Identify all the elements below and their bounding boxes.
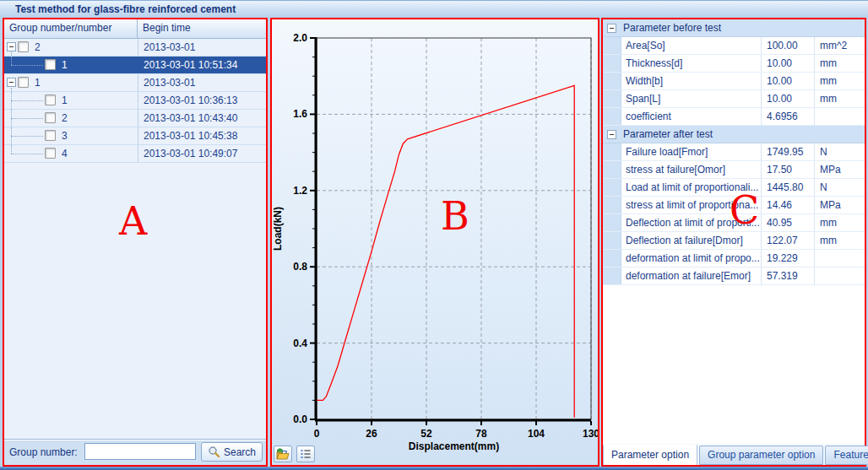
open-curve-button[interactable] xyxy=(274,446,292,462)
param-row[interactable]: deformation at limit of propo... 19.229 xyxy=(603,250,865,267)
param-row[interactable]: Area[So] 100.00 mm^2 xyxy=(603,37,865,55)
row-checkbox[interactable] xyxy=(45,148,56,159)
svg-text:104: 104 xyxy=(528,428,545,440)
collapse-minus-icon[interactable] xyxy=(7,42,16,51)
group-number-input[interactable] xyxy=(84,443,196,460)
param-value: 10.00 xyxy=(762,90,815,107)
param-name: Deflection at limit of proporti... xyxy=(621,214,762,231)
param-value: 17.50 xyxy=(762,161,815,178)
tree-connector xyxy=(11,88,12,91)
open-folder-icon xyxy=(276,448,290,460)
param-unit: mm xyxy=(815,214,865,231)
row-checkbox[interactable] xyxy=(45,95,56,105)
svg-text:78: 78 xyxy=(475,428,487,440)
row-checkbox[interactable] xyxy=(45,112,56,123)
search-button[interactable]: Search xyxy=(201,442,263,462)
param-row[interactable]: Deflection at failure[Dmor] 122.07 mm xyxy=(603,232,865,250)
window-bottom-edge xyxy=(0,467,868,470)
param-row-gutter xyxy=(603,197,621,213)
begin-time-cell: 2013-03-01 xyxy=(138,74,266,91)
param-row-gutter xyxy=(603,37,621,54)
tree-row-test-selected[interactable]: 1 2013-03-01 10:51:34 xyxy=(4,57,266,74)
chart-toolbar xyxy=(274,446,315,462)
tree-connector xyxy=(11,145,12,154)
tree-body: 2 2013-03-01 1 2013-03-01 10:51:34 1 201… xyxy=(4,39,266,163)
param-unit: mm xyxy=(815,73,865,89)
param-row-gutter xyxy=(603,73,621,89)
begin-time-cell: 2013-03-01 xyxy=(138,39,266,56)
param-row[interactable]: Thickness[d] 10.00 mm xyxy=(603,55,865,73)
row-checkbox[interactable] xyxy=(45,130,56,141)
row-checkbox[interactable] xyxy=(18,77,29,88)
param-name: Failure load[Fmor] xyxy=(621,143,762,160)
param-group-header[interactable]: Parameter after test xyxy=(603,126,865,143)
svg-text:2.0: 2.0 xyxy=(293,32,307,44)
param-unit: mm^2 xyxy=(815,37,865,54)
tree-row-group[interactable]: 2 2013-03-01 xyxy=(4,39,266,57)
param-row-gutter xyxy=(603,267,621,284)
tree-connector xyxy=(11,154,43,154)
group-number-cell: 2 xyxy=(35,39,41,56)
panel-b-chart: 0.00.40.81.21.62.00265278104130Displacem… xyxy=(270,18,599,467)
tab-parameter-option[interactable]: Parameter option xyxy=(603,445,697,465)
param-row[interactable]: stress at failure[Omor] 17.50 MPa xyxy=(603,161,865,179)
param-unit: N xyxy=(815,143,865,160)
param-row[interactable]: Width[b] 10.00 mm xyxy=(603,73,865,90)
svg-text:0.4: 0.4 xyxy=(293,338,307,349)
param-row-gutter xyxy=(603,143,621,160)
tree-connector xyxy=(11,136,43,137)
tree-row-test[interactable]: 2 2013-03-01 10:43:40 xyxy=(4,110,266,127)
row-checkbox[interactable] xyxy=(45,59,56,70)
collapse-minus-icon[interactable] xyxy=(607,24,616,33)
param-group-header[interactable]: Parameter before test xyxy=(603,19,865,37)
tree-row-group[interactable]: 1 2013-03-01 xyxy=(4,74,266,92)
collapse-minus-icon[interactable] xyxy=(607,130,616,139)
begin-time-cell: 2013-03-01 10:36:13 xyxy=(138,92,266,109)
param-unit: mm xyxy=(815,232,865,249)
group-number-cell: 1 xyxy=(35,74,41,91)
param-unit: N xyxy=(815,179,865,196)
tab-feature[interactable]: Feature xyxy=(825,446,868,465)
param-row-gutter xyxy=(603,90,621,107)
tree-row-test[interactable]: 4 2013-03-01 10:49:07 xyxy=(4,145,266,163)
svg-text:Load(kN): Load(kN) xyxy=(272,207,284,251)
param-value: 40.95 xyxy=(762,214,815,231)
tree-header-group-column[interactable]: Group number/number xyxy=(4,19,138,38)
svg-text:26: 26 xyxy=(366,428,377,440)
svg-text:0.8: 0.8 xyxy=(293,261,307,273)
group-number-label: Group number: xyxy=(9,446,78,458)
row-checkbox[interactable] xyxy=(18,41,29,52)
tree-connector xyxy=(11,65,43,66)
param-unit: MPa xyxy=(815,161,865,178)
param-row[interactable]: deformation at failure[Emor] 57.319 xyxy=(603,267,865,285)
param-row[interactable]: coefficient 4.6956 xyxy=(603,108,865,126)
param-name: Width[b] xyxy=(621,73,762,89)
panel-a-annotation: A xyxy=(119,202,147,240)
param-row-gutter xyxy=(603,214,621,231)
param-name: deformation at limit of propo... xyxy=(621,250,762,267)
param-name: Area[So] xyxy=(621,37,762,54)
param-row[interactable]: stress at limit of proportiona... 14.46 … xyxy=(603,197,865,214)
param-row[interactable]: Failure load[Fmor] 1749.95 N xyxy=(603,143,865,161)
param-name: deformation at failure[Emor] xyxy=(621,267,762,284)
test-number-cell: 2 xyxy=(62,110,68,127)
param-value: 10.00 xyxy=(762,73,815,89)
tree-header-time-column[interactable]: Begin time xyxy=(138,19,266,38)
param-row[interactable]: Span[L] 10.00 mm xyxy=(603,90,865,108)
curve-list-button[interactable] xyxy=(296,446,315,462)
param-name: Thickness[d] xyxy=(621,55,762,72)
param-row[interactable]: Load at limit of proportionali... 1445.8… xyxy=(603,179,865,197)
collapse-minus-icon[interactable] xyxy=(7,78,16,87)
param-row-gutter xyxy=(603,55,621,72)
param-row[interactable]: Deflection at limit of proporti... 40.95… xyxy=(603,214,865,232)
param-value: 4.6956 xyxy=(762,108,815,125)
tab-group-parameter-option[interactable]: Group parameter option xyxy=(699,446,823,465)
tree-connector xyxy=(11,52,12,56)
search-button-label: Search xyxy=(224,446,256,458)
tree-row-test[interactable]: 3 2013-03-01 10:45:38 xyxy=(4,127,266,145)
param-group-title: Parameter before test xyxy=(603,19,721,36)
panel-a-test-list: Group number/number Begin time 2 2013-03… xyxy=(3,18,268,467)
param-unit: mm xyxy=(815,55,865,72)
tree-row-test[interactable]: 1 2013-03-01 10:36:13 xyxy=(4,92,266,110)
begin-time-cell: 2013-03-01 10:43:40 xyxy=(138,110,266,127)
